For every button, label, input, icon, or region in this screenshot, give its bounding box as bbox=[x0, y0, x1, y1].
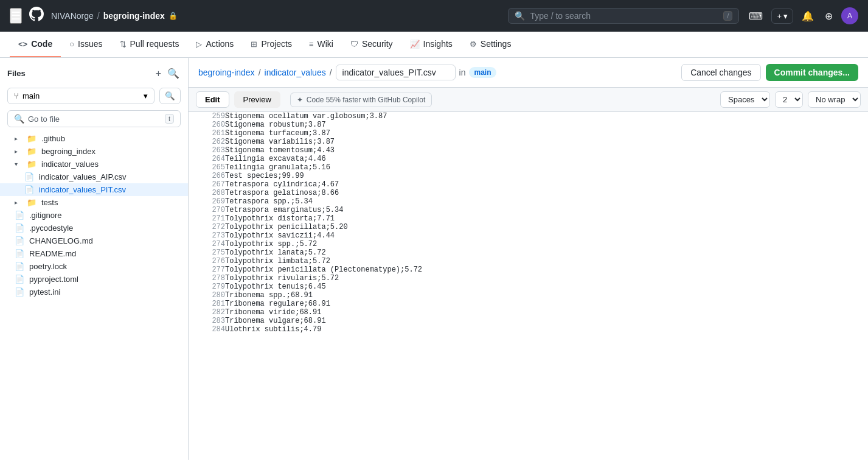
nav-tab-security[interactable]: 🛡 Security bbox=[342, 32, 401, 57]
code-table: 259 Stigonema ocellatum var.globosum;3.8… bbox=[189, 112, 868, 334]
breadcrumb-folder-link[interactable]: indicator_values bbox=[265, 68, 326, 77]
tree-item-indicator_values_AIP[interactable]: 📄indicator_values_AIP.csv bbox=[0, 170, 188, 183]
indent-size-select[interactable]: 2 bbox=[775, 91, 803, 108]
nav-tab-actions[interactable]: ▷ Actions bbox=[187, 32, 242, 57]
sidebar-add-button[interactable]: + bbox=[155, 66, 162, 80]
indent-type-select[interactable]: Spaces bbox=[720, 91, 770, 108]
in-label: in bbox=[459, 68, 466, 77]
tree-item-poetry_lock[interactable]: 📄poetry.lock bbox=[0, 260, 188, 273]
avatar[interactable]: A bbox=[841, 7, 858, 24]
hamburger-button[interactable]: ☰ bbox=[10, 8, 22, 24]
line-number: 263 bbox=[189, 146, 225, 155]
breadcrumb-sep: / bbox=[97, 11, 100, 21]
nav-tab-issues[interactable]: ○ Issues bbox=[61, 32, 111, 57]
tree-item-gitignore[interactable]: 📄.gitignore bbox=[0, 209, 188, 222]
line-code[interactable]: Tetraspora spp.;5.34 bbox=[225, 197, 868, 206]
line-code[interactable]: Tolypothrix saviczii;4.44 bbox=[225, 231, 868, 240]
tree-item-changelog[interactable]: 📄CHANGELOG.md bbox=[0, 234, 188, 247]
branch-chevron-icon: ▾ bbox=[144, 91, 148, 100]
line-code[interactable]: Tetraspora gelatinosa;8.66 bbox=[225, 189, 868, 197]
line-code[interactable]: Stigonema ocellatum var.globosum;3.87 bbox=[225, 112, 868, 121]
nav-tab-code[interactable]: <> Code bbox=[10, 32, 61, 57]
line-code[interactable]: Tribonema spp.;68.91 bbox=[225, 291, 868, 300]
sidebar-search-button[interactable]: 🔍 bbox=[166, 66, 181, 80]
commit-changes-button[interactable]: Commit changes... bbox=[766, 64, 858, 81]
line-code[interactable]: Tetraspora cylindrica;4.67 bbox=[225, 180, 868, 189]
nav-tab-settings[interactable]: ⚙ Settings bbox=[461, 32, 520, 57]
table-row: 282 Tribonema viride;68.91 bbox=[189, 308, 868, 317]
nav-tab-pull-requests[interactable]: ⇅ Pull requests bbox=[111, 32, 188, 57]
tree-item-github[interactable]: ▸ 📁.github bbox=[0, 132, 188, 145]
tree-item-pytest[interactable]: 📄pytest.ini bbox=[0, 286, 188, 298]
line-code[interactable]: Tolypothrix lanata;5.72 bbox=[225, 248, 868, 257]
tree-item-tests[interactable]: ▸ 📁tests bbox=[0, 196, 188, 209]
line-code[interactable]: Tribonema vulgare;68.91 bbox=[225, 317, 868, 325]
file-icon: 📄 bbox=[15, 236, 24, 245]
nav-tab-projects[interactable]: ⊞ Projects bbox=[242, 32, 300, 57]
new-button[interactable]: + ▾ bbox=[771, 9, 793, 24]
sidebar-header-icons: + 🔍 bbox=[155, 66, 181, 80]
line-number: 270 bbox=[189, 206, 225, 214]
line-code[interactable]: Stigonema turfaceum;3.87 bbox=[225, 129, 868, 138]
nav-tab-security-label: Security bbox=[362, 39, 393, 49]
filename-input[interactable] bbox=[336, 65, 456, 80]
table-row: 267 Tetraspora cylindrica;4.67 bbox=[189, 180, 868, 189]
line-code[interactable]: Tolypothrix penicillata;5.20 bbox=[225, 223, 868, 231]
file-search-bar[interactable]: 🔍 t bbox=[7, 110, 181, 127]
table-row: 277 Tolypothrix penicillata (Plectonemat… bbox=[189, 265, 868, 274]
line-code[interactable]: Test species;99.99 bbox=[225, 172, 868, 180]
line-code[interactable]: Tolypothrix distorta;7.71 bbox=[225, 214, 868, 223]
line-code[interactable]: Stigonema variabilis;3.87 bbox=[225, 138, 868, 146]
tree-item-readme[interactable]: 📄README.md bbox=[0, 247, 188, 260]
nav-tab-wiki[interactable]: ≡ Wiki bbox=[300, 32, 342, 57]
file-tree: ▸ 📁.github▸ 📁begroing_index▾ 📁indicator_… bbox=[0, 132, 188, 298]
file-search-button[interactable]: 🔍 bbox=[159, 88, 181, 104]
folder-toggle-icon: ▸ bbox=[15, 199, 22, 206]
tree-item-pycodestyle[interactable]: 📄.pycodestyle bbox=[0, 222, 188, 234]
issues-button[interactable]: ⊕ bbox=[822, 8, 835, 24]
line-code[interactable]: Teilingia granulata;5.16 bbox=[225, 163, 868, 172]
file-search-input[interactable] bbox=[28, 114, 161, 124]
code-editor[interactable]: 259 Stigonema ocellatum var.globosum;3.8… bbox=[189, 112, 868, 460]
line-number: 277 bbox=[189, 265, 225, 274]
notifications-button[interactable]: 🔔 bbox=[799, 8, 816, 24]
nav-tab-settings-label: Settings bbox=[481, 39, 512, 49]
tree-item-label: indicator_values_AIP.csv bbox=[39, 172, 127, 181]
line-code[interactable]: Tribonema viride;68.91 bbox=[225, 308, 868, 317]
folder-icon: 📁 bbox=[27, 134, 36, 143]
line-code[interactable]: Tolypothrix tenuis;6.45 bbox=[225, 283, 868, 291]
file-icon: 📄 bbox=[24, 185, 34, 194]
table-row: 261 Stigonema turfaceum;3.87 bbox=[189, 129, 868, 138]
line-code[interactable]: Teilingia excavata;4.46 bbox=[225, 155, 868, 163]
line-code[interactable]: Stigonema robustum;3.87 bbox=[225, 121, 868, 129]
terminal-button[interactable]: ⌨ bbox=[746, 8, 765, 24]
tree-item-indicator_values[interactable]: ▾ 📁indicator_values bbox=[0, 158, 188, 170]
org-link[interactable]: NIVANorge bbox=[51, 11, 94, 21]
line-code[interactable]: Tolypothrix limbata;5.72 bbox=[225, 257, 868, 265]
breadcrumb-repo-link[interactable]: begroing-index bbox=[198, 68, 255, 77]
cancel-changes-button[interactable]: Cancel changes bbox=[681, 64, 760, 81]
branch-dropdown[interactable]: ⑂ main ▾ bbox=[7, 88, 155, 104]
line-code[interactable]: Stigonema tomentosum;4.43 bbox=[225, 146, 868, 155]
line-code[interactable]: Tolypothrix rivularis;5.72 bbox=[225, 274, 868, 283]
line-code[interactable]: Tribonema regulare;68.91 bbox=[225, 300, 868, 308]
table-row: 268 Tetraspora gelatinosa;8.66 bbox=[189, 189, 868, 197]
line-code[interactable]: Tetraspora emarginatus;5.34 bbox=[225, 206, 868, 214]
table-row: 280 Tribonema spp.;68.91 bbox=[189, 291, 868, 300]
wrap-mode-select[interactable]: No wrap bbox=[808, 91, 861, 108]
nav-tab-insights[interactable]: 📈 Insights bbox=[401, 32, 461, 57]
issues-nav-icon: ○ bbox=[69, 40, 74, 49]
line-code[interactable]: Tolypothrix penicillata (Plectonematype)… bbox=[225, 265, 868, 274]
tree-item-pyproject[interactable]: 📄pyproject.toml bbox=[0, 273, 188, 286]
line-code[interactable]: Tolypothrix spp.;5.72 bbox=[225, 240, 868, 248]
line-code[interactable]: Ulothrix subtilis;4.79 bbox=[225, 325, 868, 334]
folder-toggle-icon: ▾ bbox=[15, 161, 22, 167]
tree-item-begroing_index[interactable]: ▸ 📁begroing_index bbox=[0, 145, 188, 158]
edit-tab[interactable]: Edit bbox=[196, 91, 229, 108]
search-input[interactable] bbox=[530, 11, 718, 21]
tree-item-indicator_values_PIT[interactable]: 📄indicator_values_PIT.csv bbox=[0, 183, 188, 196]
github-logo bbox=[29, 7, 44, 25]
global-search[interactable]: 🔍 / bbox=[508, 8, 739, 24]
preview-tab[interactable]: Preview bbox=[234, 91, 280, 108]
file-icon: 📄 bbox=[15, 211, 24, 220]
